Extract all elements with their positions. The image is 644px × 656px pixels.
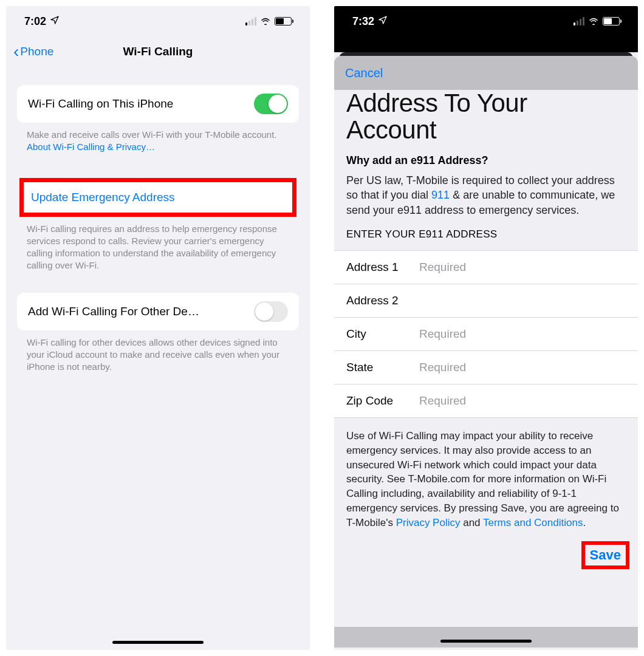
zip-field[interactable]: Zip Code Required (334, 384, 638, 418)
back-button[interactable]: ‹ Phone (13, 43, 53, 60)
field-label: Address 1 (346, 261, 419, 274)
address2-field[interactable]: Address 2 (334, 284, 638, 318)
field-label: City (346, 327, 419, 341)
field-placeholder: Required (419, 394, 466, 408)
location-arrow-icon (50, 15, 60, 28)
cancel-button[interactable]: Cancel (345, 66, 383, 80)
field-label: Zip Code (346, 394, 419, 408)
field-label: State (346, 361, 419, 374)
signal-icon (245, 17, 256, 26)
why-heading: Why add an e911 Address? (334, 154, 638, 173)
signal-icon (574, 17, 584, 26)
save-button[interactable]: Save (590, 547, 621, 562)
title-line: Account (346, 115, 436, 144)
footer-paragraph: Use of Wi-Fi Calling may impact your abi… (334, 418, 638, 538)
footer-text: Wi-Fi calling requires an address to hel… (6, 217, 310, 272)
toggle-switch-off[interactable] (254, 301, 288, 322)
status-time: 7:02 (24, 15, 46, 28)
text-part: and (460, 517, 483, 528)
city-field[interactable]: City Required (334, 318, 638, 351)
address1-field[interactable]: Address 1 Required (334, 251, 638, 284)
link-911[interactable]: 911 (431, 189, 450, 201)
footer-text: Make and receive calls over Wi-Fi with y… (6, 123, 310, 154)
address-form: Address 1 Required Address 2 City Requir… (334, 250, 638, 418)
home-indicator (112, 641, 204, 644)
wifi-calling-toggle-row[interactable]: Wi-Fi Calling on This iPhone (17, 85, 299, 123)
terms-conditions-link[interactable]: Terms and Conditions (483, 517, 583, 528)
phone-settings-screen: 7:02 ‹ Phone Wi-Fi Calling Wi-Fi Calling… (6, 6, 310, 650)
modal-sheet: Cancel Address To Your Account Why add a… (334, 56, 638, 647)
status-time: 7:32 (352, 15, 374, 28)
field-placeholder: Required (419, 327, 466, 341)
home-indicator (440, 640, 532, 643)
title-line: Address To Your (346, 90, 527, 117)
save-button-wrap: Save (334, 538, 638, 569)
toggle-switch-on[interactable] (254, 94, 288, 114)
sheet-header: Cancel (334, 56, 638, 90)
field-placeholder: Required (419, 361, 466, 374)
about-wifi-calling-link[interactable]: About Wi-Fi Calling & Privacy… (27, 142, 155, 152)
sheet-title: Address To Your Account (334, 90, 638, 154)
nav-bar: ‹ Phone Wi-Fi Calling (6, 36, 310, 67)
cell-label: Wi-Fi Calling on This iPhone (28, 97, 173, 111)
sheet-backdrop (334, 36, 638, 52)
text-part: Use of Wi-Fi Calling may impact your abi… (346, 430, 619, 528)
back-label: Phone (20, 45, 53, 58)
wifi-icon (588, 15, 599, 28)
phone-e911-form-screen: 7:32 Cancel Address To Your Account Why … (334, 6, 638, 650)
status-bar: 7:02 (6, 6, 310, 36)
field-placeholder: Required (419, 261, 466, 274)
sheet-bottom-bar (334, 627, 638, 647)
battery-icon (275, 17, 292, 26)
wifi-icon (260, 15, 271, 28)
enter-address-label: ENTER YOUR E911 ADDRESS (334, 228, 638, 250)
chevron-left-icon: ‹ (13, 43, 19, 60)
status-bar: 7:32 (334, 6, 638, 36)
sheet-body[interactable]: Address To Your Account Why add an e911 … (334, 90, 638, 647)
update-emergency-address-row-highlight: Update Emergency Address (19, 178, 296, 217)
footer-text-part: Make and receive calls over Wi-Fi with y… (27, 129, 277, 140)
add-wifi-calling-other-devices-row[interactable]: Add Wi-Fi Calling For Other De… (17, 293, 299, 330)
privacy-policy-link[interactable]: Privacy Policy (396, 517, 461, 528)
cell-label: Add Wi-Fi Calling For Other De… (28, 305, 199, 318)
location-arrow-icon (378, 15, 388, 28)
field-label: Address 2 (346, 294, 419, 307)
save-button-highlight: Save (581, 541, 629, 569)
intro-paragraph: Per US law, T-Mobile is required to coll… (334, 173, 638, 228)
battery-icon (603, 17, 620, 26)
footer-text: Wi-Fi calling for other devices allows o… (6, 330, 310, 374)
text-part: . (583, 517, 586, 528)
state-field[interactable]: State Required (334, 351, 638, 384)
update-emergency-address-row[interactable]: Update Emergency Address (24, 182, 292, 213)
